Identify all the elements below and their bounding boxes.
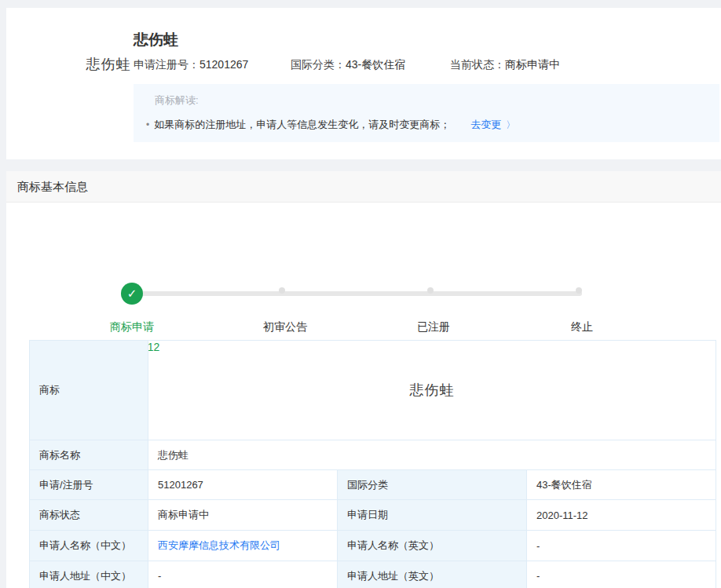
applicant-name-en-label-cell: 申请人名称（英文） <box>338 531 527 561</box>
table-row: 申请人名称（中文） 西安摩摩信息技术有限公司 申请人名称（英文） - <box>30 531 716 561</box>
mark-status-value-cell: 商标申请中 <box>148 500 338 531</box>
chevron-right-icon: 〉 <box>506 119 515 130</box>
advisory-tip-text: 如果商标的注册地址，申请人等信息发生变化，请及时变更商标； <box>154 119 450 130</box>
intl-class-value: 43-餐饮住宿 <box>346 58 405 71</box>
mark-name-label-cell: 商标名称 <box>30 440 148 470</box>
bullet-icon: • <box>146 119 149 130</box>
timeline-step-preliminary: 初审公告 <box>230 320 340 334</box>
status-timeline: ✓ 商标申请 2020-11-12 初审公告 已注册 终止 <box>6 218 721 328</box>
mark-name-value-cell: 悲伤蛙 <box>148 440 716 470</box>
table-row: 商标 悲伤蛙 <box>30 341 716 440</box>
reg-number-label-cell: 申请/注册号 <box>30 470 148 500</box>
timeline-step-apply: 商标申请 <box>77 320 187 334</box>
trademark-advisory-box: 商标解读: •如果商标的注册地址，申请人等信息发生变化，请及时变更商标；去变更〉 <box>134 84 719 142</box>
basic-info-card: 商标基本信息 ✓ 商标申请 2020-11-12 初审公告 已注册 终止 商标 … <box>6 171 721 588</box>
current-status-field: 当前状态：商标申请中 <box>450 58 560 72</box>
registration-number-label: 申请注册号： <box>134 58 199 71</box>
trademark-detail-table: 商标 悲伤蛙 商标名称 悲伤蛙 申请/注册号 51201267 国际分类 43-… <box>29 340 716 588</box>
timeline-track <box>132 291 582 296</box>
applicant-addr-cn-label-cell: 申请人地址（中文） <box>30 561 148 588</box>
registration-number-field: 申请注册号：51201267 <box>134 58 248 72</box>
page-title: 悲伤蛙 <box>134 30 178 50</box>
applicant-company-link[interactable]: 西安摩摩信息技术有限公司 <box>158 539 280 551</box>
applicant-name-en-value-cell: - <box>527 531 716 561</box>
mark-preview-cell: 悲伤蛙 <box>148 341 716 440</box>
registration-number-value: 51201267 <box>199 58 248 71</box>
go-change-link[interactable]: 去变更〉 <box>470 119 515 130</box>
timeline-node-pending-icon <box>279 287 285 294</box>
timeline-node-pending-icon <box>576 287 582 294</box>
advisory-title: 商标解读: <box>155 93 199 108</box>
trademark-summary-card: 悲伤蛙 悲伤蛙 申请注册号：51201267 国际分类：43-餐饮住宿 当前状态… <box>6 8 721 159</box>
mark-status-label-cell: 商标状态 <box>30 500 148 531</box>
applicant-name-cn-value-cell: 西安摩摩信息技术有限公司 <box>148 531 338 561</box>
current-status-value: 商标申请中 <box>505 58 560 71</box>
applicant-addr-en-value-cell: - <box>527 561 716 588</box>
intl-class-value-cell: 43-餐饮住宿 <box>527 470 716 500</box>
timeline-node-pending-icon <box>427 287 434 294</box>
current-status-label: 当前状态： <box>450 58 505 71</box>
advisory-tip-line: •如果商标的注册地址，申请人等信息发生变化，请及时变更商标；去变更〉 <box>146 118 515 132</box>
applicant-addr-cn-value-cell: - <box>148 561 338 588</box>
applicant-name-cn-label-cell: 申请人名称（中文） <box>30 531 148 561</box>
table-row: 商标名称 悲伤蛙 <box>30 440 716 470</box>
intl-class-field: 国际分类：43-餐饮住宿 <box>291 58 405 72</box>
applicant-addr-en-label-cell: 申请人地址（英文） <box>338 561 527 588</box>
timeline-step-terminated: 终止 <box>527 320 637 334</box>
apply-date-label-cell: 申请日期 <box>338 500 527 531</box>
table-row: 申请/注册号 51201267 国际分类 43-餐饮住宿 <box>30 470 716 500</box>
reg-number-value-cell: 51201267 <box>148 470 338 500</box>
apply-date-value-cell: 2020-11-12 <box>527 500 716 531</box>
mark-label-cell: 商标 <box>30 341 148 440</box>
intl-class-label: 国际分类： <box>291 58 346 71</box>
timeline-step-registered: 已注册 <box>379 320 489 334</box>
table-row: 商标状态 商标申请中 申请日期 2020-11-12 <box>30 500 716 531</box>
intl-class-label-cell: 国际分类 <box>338 470 527 500</box>
table-row: 申请人地址（中文） - 申请人地址（英文） - <box>30 561 716 588</box>
check-icon: ✓ <box>121 283 143 305</box>
section-title: 商标基本信息 <box>6 171 721 203</box>
